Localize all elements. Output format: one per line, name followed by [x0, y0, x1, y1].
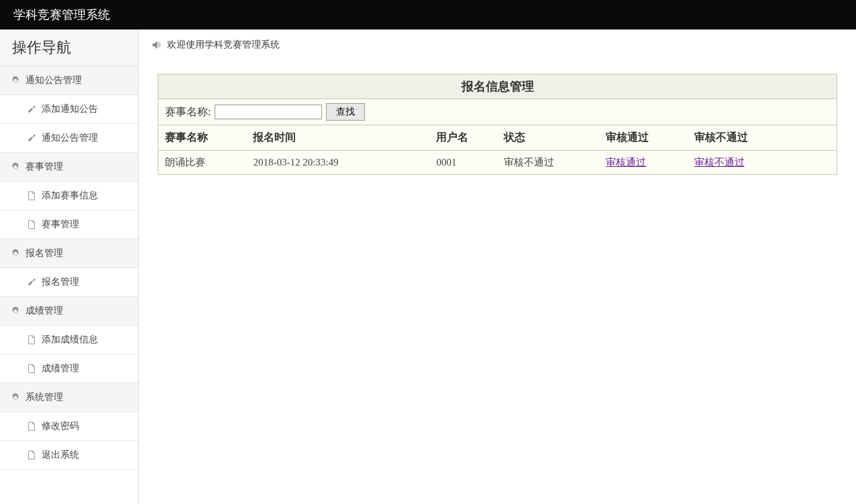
search-bar: 赛事名称: 查找	[158, 99, 837, 125]
registration-table: 赛事名称报名时间用户名状态审核通过审核不通过 朗诵比赛2018-03-12 20…	[158, 125, 837, 174]
app-title: 学科竞赛管理系统	[13, 8, 110, 21]
reject-link-anchor[interactable]: 审核不通过	[694, 157, 745, 168]
sidebar-title: 操作导航	[0, 29, 138, 66]
nav-group-label: 成绩管理	[25, 305, 63, 317]
table-header-cell: 审核不通过	[688, 125, 837, 151]
panel-title: 报名信息管理	[158, 74, 837, 99]
nav-item[interactable]: 修改密码	[0, 412, 138, 441]
welcome-text: 欢迎使用学科竞赛管理系统	[167, 39, 280, 51]
nav-group[interactable]: 报名管理	[0, 239, 138, 268]
approve-link-anchor[interactable]: 审核通过	[606, 157, 646, 168]
username-cell: 0001	[429, 151, 497, 175]
file-icon	[27, 364, 36, 373]
file-icon	[27, 220, 36, 229]
file-icon	[27, 335, 36, 344]
nav-item[interactable]: 添加赛事信息	[0, 182, 138, 210]
nav-item[interactable]: 成绩管理	[0, 355, 138, 383]
nav-item-label: 成绩管理	[42, 363, 79, 375]
table-header-cell: 赛事名称	[158, 125, 246, 151]
status-cell: 审核不通过	[497, 151, 599, 175]
gear-icon	[11, 393, 20, 402]
nav-group-label: 通知公告管理	[25, 74, 82, 86]
approve-link: 审核通过	[599, 151, 687, 175]
nav-item[interactable]: 报名管理	[0, 268, 138, 297]
nav-item-label: 赛事管理	[42, 218, 79, 231]
wrench-icon	[27, 105, 36, 114]
nav-item-label: 退出系统	[42, 449, 79, 461]
nav-item-label: 添加赛事信息	[42, 190, 98, 202]
search-input[interactable]	[215, 105, 322, 119]
gear-icon	[11, 306, 20, 316]
speaker-icon	[152, 40, 162, 50]
table-header-cell: 审核通过	[599, 125, 687, 151]
nav-item[interactable]: 退出系统	[0, 441, 138, 470]
gear-icon	[11, 162, 20, 172]
signup-time-cell: 2018-03-12 20:33:49	[246, 151, 429, 175]
table-row: 朗诵比赛2018-03-12 20:33:490001审核不通过审核通过审核不通…	[158, 151, 837, 175]
nav-item-label: 报名管理	[42, 276, 79, 288]
nav-group[interactable]: 通知公告管理	[0, 66, 138, 95]
nav-item-label: 添加成绩信息	[42, 334, 98, 346]
registration-panel: 报名信息管理 赛事名称: 查找 赛事名称报名时间用户名状态审核通过审核不通过 朗…	[158, 74, 837, 175]
reject-link: 审核不通过	[688, 151, 837, 175]
nav-item[interactable]: 添加成绩信息	[0, 326, 138, 355]
search-button[interactable]: 查找	[326, 103, 365, 121]
nav-group[interactable]: 成绩管理	[0, 297, 138, 326]
nav-group[interactable]: 赛事管理	[0, 153, 138, 182]
file-icon	[27, 191, 36, 200]
nav-item-label: 通知公告管理	[42, 132, 98, 144]
table-header-cell: 状态	[497, 125, 599, 151]
event-name-cell: 朗诵比赛	[158, 151, 246, 175]
nav-item[interactable]: 通知公告管理	[0, 124, 138, 153]
nav-item-label: 添加通知公告	[42, 103, 98, 115]
wrench-icon	[27, 277, 36, 287]
nav-item[interactable]: 添加通知公告	[0, 95, 138, 124]
gear-icon	[11, 249, 20, 258]
file-icon	[27, 422, 36, 431]
table-header-cell: 用户名	[429, 125, 497, 151]
main-content: 欢迎使用学科竞赛管理系统 报名信息管理 赛事名称: 查找 赛事名称报名时间用户名…	[139, 29, 856, 504]
sidebar: 操作导航 通知公告管理添加通知公告通知公告管理赛事管理添加赛事信息赛事管理报名管…	[0, 29, 139, 504]
nav-group-label: 系统管理	[25, 391, 63, 403]
nav-item-label: 修改密码	[42, 420, 79, 432]
nav-group[interactable]: 系统管理	[0, 383, 138, 412]
nav-group-label: 赛事管理	[25, 161, 63, 173]
nav-group-label: 报名管理	[25, 247, 63, 259]
gear-icon	[11, 76, 20, 85]
wrench-icon	[27, 133, 36, 143]
welcome-bar: 欢迎使用学科竞赛管理系统	[139, 29, 856, 60]
file-icon	[27, 450, 36, 460]
table-header-cell: 报名时间	[246, 125, 429, 151]
nav-item[interactable]: 赛事管理	[0, 210, 138, 239]
search-label: 赛事名称:	[165, 105, 211, 119]
